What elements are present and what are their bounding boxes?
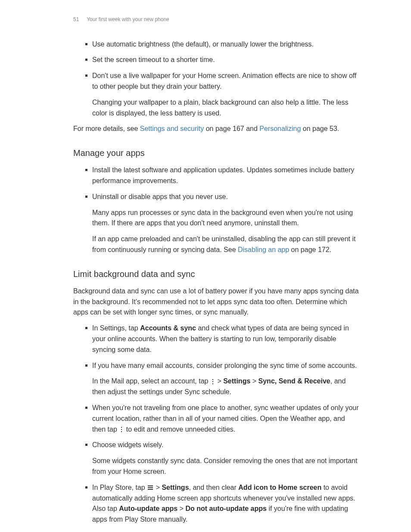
bold-label: Auto-update apps xyxy=(119,505,177,512)
list-item: In Play Store, tap > Settings, and then … xyxy=(92,482,359,525)
tip-text: If you have many email accounts, conside… xyxy=(92,361,359,371)
bold-label: Accounts & sync xyxy=(140,324,196,332)
document-page: 51 Your first week with your new phone U… xyxy=(0,0,411,532)
svg-rect-2 xyxy=(212,383,213,384)
text-run: > xyxy=(154,484,162,491)
text-run: on page 172. xyxy=(289,246,331,253)
text-run: on page 167 and xyxy=(204,125,259,132)
personalizing-link[interactable]: Personalizing xyxy=(259,125,301,132)
text-run: In Settings, tap xyxy=(92,324,140,332)
tip-text: Use automatic brightness (the default), … xyxy=(92,39,359,50)
text-run: on page 53. xyxy=(301,125,339,132)
list-item: Choose widgets wisely. Some widgets cons… xyxy=(92,440,359,477)
tip-subtext: In the Mail app, select an account, tap … xyxy=(92,376,359,398)
tip-subtext: Some widgets constantly sync data. Consi… xyxy=(92,456,359,477)
svg-rect-6 xyxy=(148,485,153,486)
list-item: Uninstall or disable apps that you never… xyxy=(92,192,359,255)
tip-text: In Play Store, tap > Settings, and then … xyxy=(92,482,359,525)
tip-text: When you're not traveling from one place… xyxy=(92,403,359,435)
breadcrumb: Your first week with your new phone xyxy=(87,16,169,22)
text-run: In the Mail app, select an account, tap xyxy=(92,377,210,385)
svg-rect-7 xyxy=(148,487,153,488)
text-run: > xyxy=(215,377,223,385)
text-run: to edit and remove unneeded cities. xyxy=(124,426,235,433)
tip-subtext: Many apps run processes or sync data in … xyxy=(92,208,359,229)
bold-label: Settings xyxy=(223,377,250,385)
tip-subtext: If an app came preloaded and can't be un… xyxy=(92,234,359,255)
list-item: Set the screen timeout to a shorter time… xyxy=(92,55,359,65)
text-run: For more details, see xyxy=(73,125,140,132)
text-run: In Play Store, tap xyxy=(92,484,147,491)
list-item: Install the latest software and applicat… xyxy=(92,165,359,187)
section-heading-limit-sync: Limit background data and sync xyxy=(73,268,359,281)
svg-rect-8 xyxy=(148,489,153,490)
disabling-app-link[interactable]: Disabling an app xyxy=(238,246,289,253)
svg-rect-5 xyxy=(121,431,122,432)
list-item: When you're not traveling from one place… xyxy=(92,403,359,435)
list-item: If you have many email accounts, conside… xyxy=(92,361,359,398)
list-item: Use automatic brightness (the default), … xyxy=(92,39,359,50)
tip-text: Uninstall or disable apps that you never… xyxy=(92,192,359,202)
bold-label: Do not auto-update apps xyxy=(186,505,267,512)
svg-rect-0 xyxy=(212,379,213,380)
tip-text: Choose widgets wisely. xyxy=(92,440,359,451)
list-item: Don't use a live wallpaper for your Home… xyxy=(92,71,359,118)
page-number: 51 xyxy=(73,16,85,24)
section-intro: Background data and sync can use a lot o… xyxy=(73,286,359,318)
tips-list-display: Use automatic brightness (the default), … xyxy=(92,39,359,119)
tips-list-sync: In Settings, tap Accounts & sync and che… xyxy=(92,323,359,525)
tips-list-apps: Install the latest software and applicat… xyxy=(92,165,359,255)
tip-subtext: Changing your wallpaper to a plain, blac… xyxy=(92,97,359,119)
list-item: In Settings, tap Accounts & sync and che… xyxy=(92,323,359,355)
bold-label: Add icon to Home screen xyxy=(238,484,321,491)
hamburger-menu-icon xyxy=(148,485,153,490)
bold-label: Sync, Send & Receive xyxy=(258,377,330,385)
section-footer: For more details, see Settings and secur… xyxy=(73,124,359,134)
more-vert-icon xyxy=(120,426,123,432)
page-header: 51 Your first week with your new phone xyxy=(73,16,359,24)
bold-label: Settings xyxy=(162,484,189,491)
svg-rect-4 xyxy=(121,429,122,430)
more-vert-icon xyxy=(211,379,215,385)
tip-text: In Settings, tap Accounts & sync and che… xyxy=(92,323,359,355)
svg-rect-3 xyxy=(121,427,122,428)
settings-security-link[interactable]: Settings and security xyxy=(140,125,204,132)
text-run: > xyxy=(250,377,258,385)
tip-text: Don't use a live wallpaper for your Home… xyxy=(92,71,359,92)
text-run: , and then clear xyxy=(189,484,239,491)
text-run: > xyxy=(177,505,185,512)
section-heading-manage-apps: Manage your apps xyxy=(73,146,359,160)
tip-text: Install the latest software and applicat… xyxy=(92,165,359,187)
svg-rect-1 xyxy=(212,381,213,382)
tip-text: Set the screen timeout to a shorter time… xyxy=(92,55,359,65)
